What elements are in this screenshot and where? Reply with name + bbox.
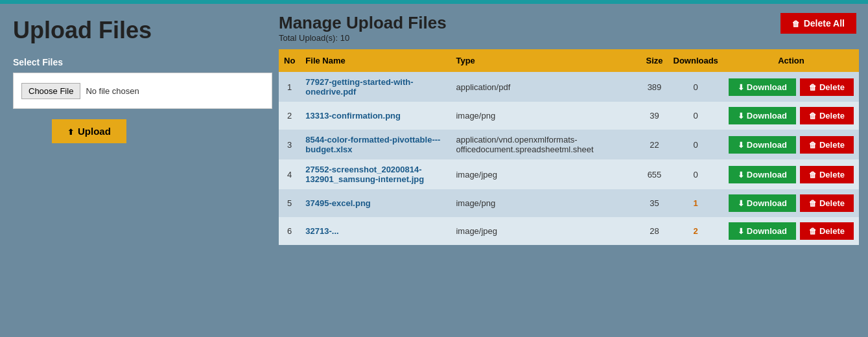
cell-type: image/png: [451, 189, 640, 217]
download-icon: [738, 111, 744, 121]
upload-icon: [67, 126, 74, 137]
cell-downloads: 0: [668, 72, 723, 102]
table-body: 1 77927-getting-started-with-onedrive.pd…: [279, 72, 859, 245]
table-row: 6 32713-... image/jpeg 28 2 Download Del…: [279, 217, 859, 245]
trash-icon: [809, 226, 817, 236]
cell-downloads: 0: [668, 159, 723, 189]
download-button[interactable]: Download: [729, 107, 796, 124]
cell-filename: 27552-screenshot_20200814-132901_samsung…: [300, 159, 451, 189]
cell-type: application/pdf: [451, 72, 640, 102]
manage-title-block: Manage Upload Files Total Upload(s): 10: [279, 13, 447, 43]
cell-filename: 77927-getting-started-with-onedrive.pdf: [300, 72, 451, 102]
trash-icon: [809, 170, 817, 180]
left-panel: Upload Files Select Files Choose File No…: [0, 4, 279, 337]
cell-filename: 8544-color-formatted-pivottable---budget…: [300, 130, 451, 159]
cell-size: 655: [640, 159, 668, 189]
manage-title: Manage Upload Files: [279, 13, 447, 33]
cell-type: image/png: [451, 102, 640, 130]
delete-button[interactable]: Delete: [800, 107, 854, 124]
manage-header: Manage Upload Files Total Upload(s): 10 …: [279, 13, 859, 43]
cell-filename: 32713-...: [300, 217, 451, 245]
file-input-area[interactable]: Choose File No file chosen: [13, 73, 272, 109]
trash-icon: [809, 198, 817, 208]
cell-no: 2: [279, 102, 300, 130]
select-files-label: Select Files: [13, 57, 266, 67]
cell-action: Download Delete: [723, 217, 859, 245]
col-downloads: Downloads: [668, 49, 723, 72]
delete-button[interactable]: Delete: [800, 136, 854, 154]
cell-downloads: 2: [668, 217, 723, 245]
cell-action: Download Delete: [723, 189, 859, 217]
cell-type: image/jpeg: [451, 159, 640, 189]
cell-action: Download Delete: [723, 159, 859, 189]
upload-button[interactable]: Upload: [52, 119, 126, 143]
cell-action: Download Delete: [723, 102, 859, 130]
cell-type: application/vnd.openxmlformats-officedoc…: [451, 130, 640, 159]
col-action: Action: [723, 49, 859, 72]
download-icon: [738, 198, 744, 208]
download-button[interactable]: Download: [729, 136, 796, 154]
download-icon: [738, 170, 744, 180]
cell-size: 28: [640, 217, 668, 245]
cell-size: 39: [640, 102, 668, 130]
download-button[interactable]: Download: [729, 194, 796, 212]
download-icon: [738, 140, 744, 150]
cell-no: 5: [279, 189, 300, 217]
delete-all-button[interactable]: Delete All: [780, 13, 856, 34]
cell-no: 6: [279, 217, 300, 245]
cell-downloads: 1: [668, 189, 723, 217]
cell-size: 22: [640, 130, 668, 159]
cell-action: Download Delete: [723, 130, 859, 159]
col-size: Size: [640, 49, 668, 72]
table-row: 5 37495-excel.png image/png 35 1 Downloa…: [279, 189, 859, 217]
choose-file-button[interactable]: Choose File: [21, 83, 80, 99]
col-filename: File Name: [300, 49, 451, 72]
right-panel: Manage Upload Files Total Upload(s): 10 …: [279, 4, 868, 337]
main-layout: Upload Files Select Files Choose File No…: [0, 4, 868, 337]
file-table: No File Name Type Size Downloads Action …: [279, 49, 859, 245]
cell-size: 35: [640, 189, 668, 217]
download-button[interactable]: Download: [729, 78, 796, 96]
trash-icon: [809, 140, 817, 150]
manage-subtitle: Total Upload(s): 10: [279, 33, 447, 43]
delete-button[interactable]: Delete: [800, 166, 854, 183]
download-button[interactable]: Download: [729, 166, 796, 183]
table-row: 1 77927-getting-started-with-onedrive.pd…: [279, 72, 859, 102]
cell-downloads: 0: [668, 130, 723, 159]
trash-icon: [809, 82, 817, 92]
cell-no: 4: [279, 159, 300, 189]
cell-filename: 37495-excel.png: [300, 189, 451, 217]
table-header: No File Name Type Size Downloads Action: [279, 49, 859, 72]
delete-button[interactable]: Delete: [800, 78, 854, 96]
cell-no: 3: [279, 130, 300, 159]
download-button[interactable]: Download: [729, 222, 796, 240]
left-panel-title: Upload Files: [13, 17, 266, 44]
cell-size: 389: [640, 72, 668, 102]
col-no: No: [279, 49, 300, 72]
col-type: Type: [451, 49, 640, 72]
cell-type: image/jpeg: [451, 217, 640, 245]
trash-icon: [809, 111, 817, 121]
cell-action: Download Delete: [723, 72, 859, 102]
trash-icon: [792, 18, 800, 29]
table-row: 4 27552-screenshot_20200814-132901_samsu…: [279, 159, 859, 189]
no-file-text: No file chosen: [86, 86, 139, 96]
delete-button[interactable]: Delete: [800, 222, 854, 240]
download-icon: [738, 82, 744, 92]
cell-filename: 13313-confirmation.png: [300, 102, 451, 130]
table-row: 3 8544-color-formatted-pivottable---budg…: [279, 130, 859, 159]
download-icon: [738, 226, 744, 236]
table-row: 2 13313-confirmation.png image/png 39 0 …: [279, 102, 859, 130]
delete-button[interactable]: Delete: [800, 194, 854, 212]
cell-downloads: 0: [668, 102, 723, 130]
cell-no: 1: [279, 72, 300, 102]
